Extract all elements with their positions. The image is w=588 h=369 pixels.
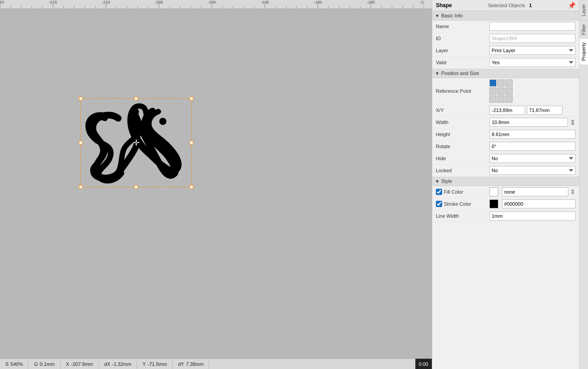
name-input[interactable] — [489, 22, 576, 31]
stroke-color-control — [489, 199, 576, 208]
dx-value: -1.32mm — [112, 361, 131, 367]
xy-label: X/Y — [436, 108, 489, 113]
status-grid: G 0.1mm — [29, 359, 60, 369]
name-control — [489, 22, 576, 31]
ref-point-mr[interactable] — [505, 87, 513, 95]
line-width-control — [489, 211, 576, 220]
fill-color-label: Fill Color — [444, 189, 463, 195]
panel-tabs: Layer Filter Property — [579, 0, 588, 369]
s-value: 540% — [10, 361, 23, 367]
ref-point-tr[interactable] — [505, 79, 513, 87]
layer-label: Layer — [436, 48, 489, 53]
ref-point-bl[interactable] — [489, 95, 497, 103]
locked-row: Locked No Yes — [432, 165, 579, 177]
fill-color-checkbox-label: Fill Color — [436, 189, 489, 195]
id-row: ID — [432, 33, 579, 45]
ref-point-grid — [489, 79, 513, 103]
rotate-row: Rotate — [432, 141, 579, 153]
basic-info-arrow: ▼ — [435, 13, 439, 18]
tab-layer[interactable]: Layer — [580, 0, 588, 20]
panel-header: Shape Selected Objects 1 📌 — [432, 0, 579, 11]
height-label: Height — [436, 132, 489, 137]
ref-point-mm[interactable] — [497, 87, 505, 95]
locked-control: No Yes — [489, 166, 576, 175]
locked-select[interactable]: No Yes — [489, 166, 576, 175]
fill-color-swatch[interactable] — [489, 187, 498, 196]
status-bar: S 540% G 0.1mm X -207.9mm dX -1.32mm Y -… — [0, 358, 432, 369]
width-row: Width ⇕ — [432, 116, 579, 129]
shape-container[interactable]: ✛ — [80, 98, 192, 187]
svg-point-0 — [159, 118, 166, 125]
x-input[interactable] — [489, 106, 525, 115]
width-label: Width — [436, 120, 489, 125]
y-value: -71.5mm — [148, 361, 167, 367]
x-value: -207.9mm — [71, 361, 93, 367]
name-label: Name — [436, 24, 489, 29]
height-input[interactable] — [489, 130, 576, 139]
height-control — [489, 130, 576, 139]
ref-point-ml[interactable] — [489, 87, 497, 95]
stroke-color-checkbox-label: Stroke Color — [436, 201, 489, 207]
fill-color-control — [489, 187, 568, 196]
status-scale: S 540% — [0, 359, 29, 369]
dx-label: dX — [104, 361, 110, 367]
stroke-color-input[interactable] — [502, 199, 576, 208]
ref-point-tm[interactable] — [497, 79, 505, 87]
valid-control: Yes No — [489, 58, 576, 67]
xy-control — [489, 106, 576, 115]
y-label: Y — [142, 361, 145, 367]
height-row: Height — [432, 129, 579, 141]
width-control — [489, 118, 568, 127]
line-width-input[interactable] — [489, 211, 576, 220]
valid-row: Valid Yes No — [432, 57, 579, 69]
hide-select[interactable]: No Yes — [489, 154, 576, 163]
stroke-color-row: Stroke Color — [432, 198, 579, 210]
hide-control: No Yes — [489, 154, 576, 163]
locked-label: Locked — [436, 168, 489, 173]
fill-color-checkbox[interactable] — [436, 189, 442, 195]
tab-filter[interactable]: Filter — [580, 20, 588, 38]
position-size-label: Position and Size — [441, 70, 479, 76]
right-panel: Shape Selected Objects 1 📌 ▼ Basic Info … — [432, 0, 588, 369]
line-width-row: Line Width — [432, 210, 579, 222]
ref-point-bm[interactable] — [497, 95, 505, 103]
tab-property[interactable]: Property — [580, 38, 588, 65]
ref-point-tl[interactable] — [489, 79, 497, 87]
rotate-control — [489, 142, 576, 151]
ref-point-br[interactable] — [505, 95, 513, 103]
time-value: 0:00 — [419, 361, 428, 367]
stroke-color-swatch[interactable] — [489, 199, 498, 208]
fill-swap-icon[interactable]: ⇕ — [570, 188, 576, 195]
ref-point-row: Reference Point — [432, 78, 579, 104]
fill-color-input[interactable] — [502, 187, 568, 196]
status-dx: dX -1.32mm — [99, 359, 137, 369]
basic-info-label: Basic Info — [441, 13, 463, 18]
valid-label: Valid — [436, 60, 489, 65]
style-label: Style — [441, 178, 452, 184]
pin-icon[interactable]: 📌 — [568, 2, 576, 9]
selected-objects-label: Selected Objects 1 — [488, 3, 532, 8]
width-input[interactable] — [489, 118, 568, 127]
g-value: 0.1mm — [40, 361, 55, 367]
rotate-input[interactable] — [489, 142, 576, 151]
position-size-arrow: ▼ — [435, 71, 439, 76]
layer-select[interactable]: Print Layer Cut Layer Score Layer — [489, 46, 576, 55]
y-input[interactable] — [527, 106, 563, 115]
shape-label: Shape — [436, 2, 452, 8]
section-basic-info[interactable]: ▼ Basic Info — [432, 11, 579, 21]
lock-resize-icon[interactable]: ⇕ — [570, 118, 576, 127]
stroke-color-checkbox[interactable] — [436, 201, 442, 207]
stroke-color-label-container: Stroke Color — [436, 201, 489, 207]
id-input[interactable] — [489, 34, 576, 43]
section-position-size[interactable]: ▼ Position and Size — [432, 69, 579, 78]
hide-row: Hide No Yes — [432, 153, 579, 165]
id-control — [489, 34, 576, 43]
id-label: ID — [436, 36, 489, 41]
status-x: X -207.9mm — [61, 359, 99, 369]
canvas-viewport[interactable]: ✛ — [0, 9, 432, 358]
valid-select[interactable]: Yes No — [489, 58, 576, 67]
layer-row: Layer Print Layer Cut Layer Score Layer — [432, 45, 579, 57]
section-style[interactable]: ▼ Style — [432, 177, 579, 186]
status-y: Y -71.5mm — [137, 359, 173, 369]
fill-color-row: Fill Color ⇕ — [432, 186, 579, 198]
